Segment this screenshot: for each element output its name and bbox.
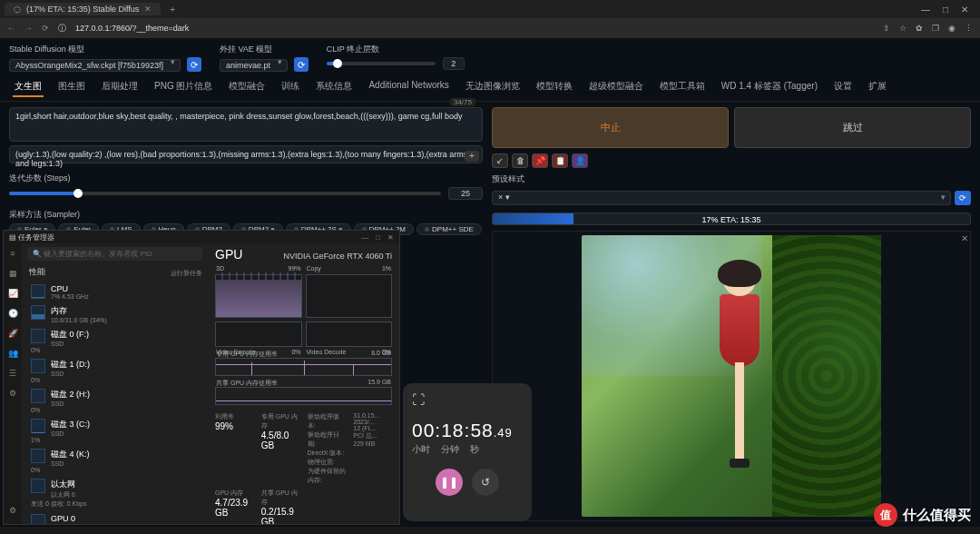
tab-14[interactable]: 扩展 [867, 77, 888, 97]
clip-value[interactable]: 2 [443, 57, 465, 70]
perf-item[interactable]: 磁盘 2 (H:)SSD0% [27, 386, 202, 416]
perf-item[interactable]: 磁盘 1 (D:)SSD0% [27, 356, 202, 386]
close-icon[interactable]: ✕ [144, 5, 152, 14]
new-tab-button[interactable]: + [164, 5, 181, 15]
pause-button[interactable]: ❚❚ [436, 469, 463, 496]
tab-10[interactable]: 超级模型融合 [587, 77, 645, 97]
progress-bar: 17% ETA: 15:35 [492, 213, 971, 225]
tm-run-new[interactable]: 运行新任务 [171, 269, 202, 278]
steps-label: 迭代步数 (Steps) [9, 173, 483, 184]
steps-slider[interactable] [9, 192, 441, 195]
style-select[interactable]: × ▾ [492, 191, 951, 205]
trash-icon[interactable]: 🗑 [512, 153, 528, 168]
generated-image[interactable] [582, 235, 881, 517]
task-manager-window[interactable]: ▤ 任务管理器 — □ ✕ ≡ ▦ 📈 🕑 🚀 👥 ☰ ⚙ ⚙ 🔍 键入要搜索的… [3, 230, 400, 525]
perf-item[interactable]: 磁盘 4 (K:)SSD0% [27, 446, 202, 476]
tab-8[interactable]: 无边图像浏览 [464, 77, 522, 97]
tab-13[interactable]: 设置 [832, 77, 854, 97]
tm-settings-icon[interactable]: ⚙ [7, 506, 18, 517]
vae-model-label: 外挂 VAE 模型 [220, 44, 309, 55]
perf-item[interactable]: 内存10.8/31.8 GB (34%) [27, 302, 202, 326]
prompt-input[interactable]: 1girl,short hair,outdoor,blue sky,best q… [9, 107, 483, 142]
style-label: 预设样式 [492, 173, 971, 185]
window-min[interactable]: — [361, 233, 368, 242]
stop-button[interactable]: 中止 [492, 107, 729, 148]
gpu-shmem-graph: 共享 GPU 内存使用率15.9 GB [215, 387, 392, 405]
tab-favicon: ◌ [14, 5, 21, 14]
tm-search[interactable]: 🔍 键入要搜索的名称、发布者或 PID [27, 247, 202, 261]
tm-menu-icon[interactable]: ≡ [7, 249, 18, 260]
tab-9[interactable]: 模型转换 [534, 77, 574, 97]
tm-icon: ▤ [9, 233, 16, 242]
tab-6[interactable]: 系统信息 [314, 77, 354, 97]
refresh-icon[interactable]: ⟳ [294, 57, 309, 72]
refresh-icon[interactable]: ⟳ [187, 57, 201, 72]
stopwatch-time: 00:18:58.49 [412, 420, 523, 441]
url-field[interactable]: 127.0.0.1:7860/?__theme=dark [75, 24, 874, 33]
style-refresh-icon[interactable]: ⟳ [955, 191, 971, 205]
browser-tab[interactable]: ◌ (17% ETA: 15:35) Stable Diffus ✕ [5, 3, 161, 15]
gpu-venc-graph: Video Encode0% [215, 321, 302, 347]
tm-users-icon[interactable]: 👥 [7, 349, 18, 360]
watermark: 值 什么值得买 [874, 503, 971, 527]
tm-proc-icon[interactable]: ▦ [7, 269, 18, 280]
tm-details-icon[interactable]: ☰ [7, 369, 18, 380]
close-icon[interactable]: ✕ [961, 233, 968, 243]
gpu-copy-graph: Copy1% [306, 274, 393, 318]
window-max[interactable]: □ [376, 233, 380, 242]
gpu-title: GPU [215, 247, 242, 262]
tm-startup-icon[interactable]: 🚀 [7, 329, 18, 340]
nav-reload[interactable]: ⟳ [42, 24, 49, 33]
tab-title: (17% ETA: 15:35) Stable Diffus [26, 5, 139, 14]
perf-item[interactable]: 以太网以太网 6发送 0 接收: 0 Kbps [27, 476, 202, 511]
perf-item[interactable]: CPU7% 4.53 GHz [27, 282, 202, 302]
menu-icon[interactable]: ⋮ [965, 24, 973, 33]
site-info-icon[interactable]: ⓘ [58, 23, 66, 35]
tm-services-icon[interactable]: ⚙ [7, 389, 18, 400]
tab-12[interactable]: WD 1.4 标签器 (Tagger) [720, 77, 819, 97]
tm-perf-icon[interactable]: 📈 [7, 289, 18, 300]
nav-back[interactable]: ← [7, 24, 15, 33]
sampler-label: 采样方法 (Sampler) [9, 209, 483, 221]
tab-2[interactable]: 后期处理 [100, 77, 140, 97]
tab-0[interactable]: 文生图 [13, 77, 44, 97]
window-min[interactable]: — [921, 5, 930, 15]
steps-value[interactable]: 25 [448, 187, 483, 200]
tab-4[interactable]: 模型融合 [227, 77, 267, 97]
app-tabs: 文生图图生图后期处理PNG 图片信息模型融合训练系统信息Additional N… [0, 74, 980, 102]
perf-item[interactable]: 磁盘 0 (F:)SSD0% [27, 326, 202, 356]
add-button[interactable]: + [465, 151, 479, 162]
ext-icon[interactable]: ✿ [916, 24, 923, 33]
tab-11[interactable]: 模型工具箱 [658, 77, 707, 97]
tm-hist-icon[interactable]: 🕑 [7, 309, 18, 320]
tm-sidebar: ≡ ▦ 📈 🕑 🚀 👥 ☰ ⚙ ⚙ [4, 231, 22, 524]
share-icon[interactable]: ⇪ [883, 24, 890, 33]
window-close[interactable]: ✕ [387, 233, 394, 242]
copy-icon[interactable]: 📋 [552, 153, 568, 168]
reset-button[interactable]: ↺ [472, 469, 499, 496]
expand-icon[interactable]: ⛶ [412, 392, 523, 407]
perf-item[interactable]: 磁盘 3 (C:)SSD1% [27, 416, 202, 446]
skip-button[interactable]: 跳过 [734, 107, 971, 148]
progress-text: 17% ETA: 15:35 [493, 213, 970, 225]
stopwatch-widget[interactable]: ⛶ 00:18:58.49 小时 分钟 秒 ❚❚ ↺ [403, 383, 532, 521]
user-icon[interactable]: ◉ [948, 24, 956, 33]
vae-model-select[interactable]: animevae.pt [220, 59, 288, 72]
perf-item[interactable]: GPU 0Intel(R) UHD Graphics 7700% [27, 511, 202, 524]
tab-5[interactable]: 训练 [279, 77, 301, 97]
tab-3[interactable]: PNG 图片信息 [152, 77, 214, 97]
person-icon[interactable]: 👤 [572, 153, 588, 168]
watermark-icon: 值 [874, 503, 897, 527]
clip-slider[interactable] [327, 62, 436, 65]
puzzle-icon[interactable]: ❐ [932, 24, 939, 33]
window-max[interactable]: □ [943, 5, 948, 15]
pin-icon[interactable]: 📌 [532, 153, 548, 168]
window-close[interactable]: ✕ [961, 5, 968, 15]
tab-1[interactable]: 图生图 [56, 77, 87, 97]
tab-7[interactable]: Additional Networks [367, 77, 450, 97]
sd-model-select[interactable]: AbyssOrangeMix2_sfw.ckpt [f75b19923f] [9, 59, 181, 72]
star-icon[interactable]: ☆ [899, 24, 906, 33]
negative-prompt-input[interactable]: (ugly:1.3),(low quality:2) ,(low res),(b… [9, 145, 483, 163]
sampler-option[interactable]: DPM++ SDE [416, 223, 482, 235]
arrow-icon[interactable]: ↙ [492, 153, 508, 168]
